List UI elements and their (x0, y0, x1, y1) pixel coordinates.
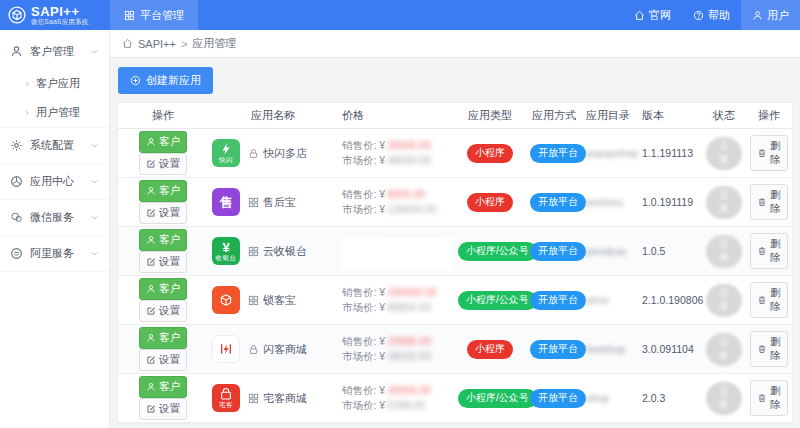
price-cell: 销售价: ¥158000.00 市场价: ¥99800.00 (338, 227, 454, 276)
gear-icon (10, 139, 23, 152)
ops-cell: 客户 设置 (118, 227, 208, 276)
app-type-badge: 小程序 (467, 340, 513, 359)
version-cell: 1.1.191113 (638, 129, 702, 178)
user-icon (146, 137, 156, 147)
table-row: 客户 设置 售 售后宝 销售价: ¥8000.00 市场价: ¥128000.0 (118, 178, 792, 227)
app-dir-redacted: popupshop (586, 147, 638, 159)
grid-icon (124, 10, 135, 21)
customer-button[interactable]: 客户 (139, 278, 187, 300)
app-method-badge: 开放平台 (530, 340, 586, 359)
customer-button[interactable]: 客户 (139, 229, 187, 251)
grid-icon (248, 197, 259, 208)
ops-cell: 客户 设置 (118, 178, 208, 227)
settings-button[interactable]: 设置 (139, 349, 187, 371)
app-icon (212, 335, 240, 363)
customer-button[interactable]: 客户 (139, 131, 187, 153)
nav-official-site[interactable]: 官网 (623, 0, 682, 30)
app-method-badge: 开放平台 (530, 389, 586, 408)
settings-button[interactable]: 设置 (139, 251, 187, 273)
market-price-redacted: 38000.00 (387, 350, 431, 362)
app-name-cell: 快闪多店 (244, 129, 338, 178)
chevron-right-icon (23, 109, 31, 117)
app-icon-cell (208, 325, 244, 374)
app-icon: 快闪 (212, 139, 240, 167)
grid-icon (248, 246, 259, 257)
app-type-badge: 小程序/公众号 (458, 291, 537, 310)
app-icon-cell: 宅客 (208, 374, 244, 423)
sale-price-redacted: 23985.00 (387, 335, 431, 347)
status-badge: 正常 (706, 382, 742, 415)
col-header-ops2: 操作 (746, 103, 792, 129)
settings-button[interactable]: 设置 (139, 398, 187, 420)
col-header-name: 应用名称 (208, 103, 338, 129)
lock-icon (248, 344, 259, 355)
home-icon (634, 10, 645, 21)
chevron-down-icon (90, 47, 99, 56)
app-method-badge: 开放平台 (530, 193, 586, 212)
table-row: 客户 设置 快闪 快闪多店 销售价: ¥25000.00 市场价: ¥48000 (118, 129, 792, 178)
sidebar-item-app-center[interactable]: 应用中心 (0, 164, 109, 199)
settings-button[interactable]: 设置 (139, 153, 187, 175)
trash-icon (757, 393, 767, 403)
market-price-redacted: 88800.00 (387, 301, 431, 313)
trash-icon (757, 197, 767, 207)
sidebar-item-customer-apps[interactable]: 客户应用 (0, 69, 109, 98)
customer-button[interactable]: 客户 (139, 180, 187, 202)
delete-button[interactable]: 删除 (750, 282, 788, 318)
help-icon (693, 10, 704, 21)
price-cell: 销售价: ¥30000.00 市场价: ¥5298.00 (338, 374, 454, 423)
app-table-card: 操作 应用名称 价格 应用类型 应用方式 应用目录 版本 状态 操作 (117, 102, 793, 424)
app-name-cell: 宅客商城 (244, 374, 338, 423)
sidebar-item-ali-services[interactable]: 阿里服务 (0, 236, 109, 271)
delete-button[interactable]: 删除 (750, 135, 788, 171)
customer-button[interactable]: 客户 (139, 327, 187, 349)
version-cell: 3.0.091104 (638, 325, 702, 374)
settings-button[interactable]: 设置 (139, 202, 187, 224)
table-row: 客户 设置 锁客宝 销售价: ¥230000.00 市场价: ¥88800.0 (118, 276, 792, 325)
app-type-badge: 小程序 (467, 193, 513, 212)
ali-icon (10, 247, 23, 260)
app-icon-cell: ¥ 收银台 (208, 227, 244, 276)
sidebar-item-wechat-services[interactable]: 微信服务 (0, 200, 109, 235)
col-header-method: 应用方式 (526, 103, 582, 129)
tab-platform-management[interactable]: 平台管理 (110, 0, 198, 30)
app-icon: ¥ 收银台 (212, 237, 240, 265)
sale-price-redacted: 30000.00 (387, 384, 431, 396)
app-icon: 宅客 (212, 384, 240, 412)
app-name: 锁客宝 (263, 293, 296, 308)
app-name: 宅客商城 (263, 391, 307, 406)
customer-button[interactable]: 客户 (139, 376, 187, 398)
chevron-down-icon (90, 141, 99, 150)
nav-user[interactable]: 用户 (741, 0, 800, 30)
delete-button[interactable]: 删除 (750, 233, 788, 269)
app-name: 快闪多店 (263, 146, 307, 161)
breadcrumb-root[interactable]: SAPI++ (138, 38, 176, 50)
user-icon (146, 235, 156, 245)
table-row: 客户 设置 ¥ 收银台 云收银台 销售价: ¥158000.00 市场价: ¥9… (118, 227, 792, 276)
user-icon (752, 10, 763, 21)
nav-help[interactable]: 帮助 (682, 0, 741, 30)
table-row: 客户 设置 闪客商城 销售价: ¥23985.00 市场价: ¥38000.0 (118, 325, 792, 374)
app-name: 云收银台 (263, 244, 307, 259)
col-header-ops: 操作 (118, 103, 208, 129)
app-icon-cell: 快闪 (208, 129, 244, 178)
app-type-badge: 小程序/公众号 (458, 242, 537, 261)
user-icon (146, 186, 156, 196)
sidebar-item-customer-management[interactable]: 客户管理 (0, 34, 109, 69)
app-name-cell: 闪客商城 (244, 325, 338, 374)
sidebar-item-user-management[interactable]: 用户管理 (0, 98, 109, 127)
app-title: SAPI++ (31, 5, 89, 18)
grid-icon (248, 295, 259, 306)
sidebar-item-system-config[interactable]: 系统配置 (0, 128, 109, 163)
app-name-cell: 云收银台 (244, 227, 338, 276)
app-icon-cell: 售 (208, 178, 244, 227)
create-app-button[interactable]: 创建新应用 (118, 67, 213, 94)
app-icon-cell (208, 276, 244, 325)
trash-icon (757, 344, 767, 354)
chevron-right-icon (23, 80, 31, 88)
price-cell: 销售价: ¥23985.00 市场价: ¥38000.00 (338, 325, 454, 374)
delete-button[interactable]: 删除 (750, 380, 788, 416)
settings-button[interactable]: 设置 (139, 300, 187, 322)
delete-button[interactable]: 删除 (750, 331, 788, 367)
delete-button[interactable]: 删除 (750, 184, 788, 220)
